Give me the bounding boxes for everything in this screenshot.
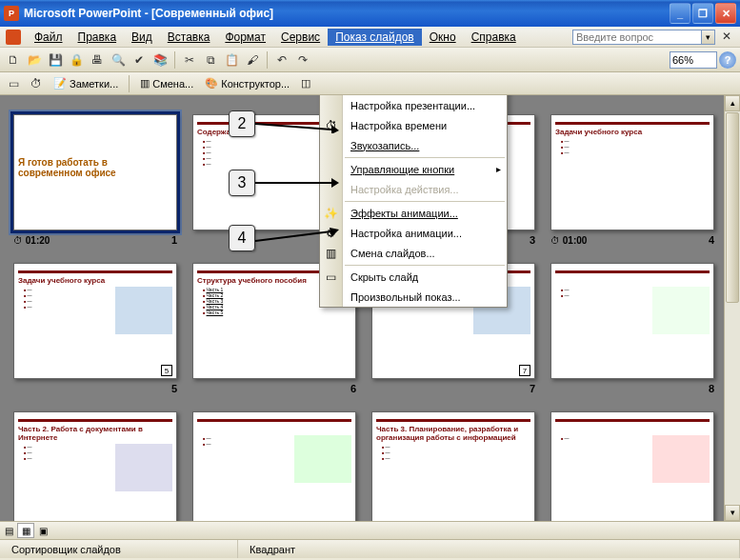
paste-button[interactable]: 📋 (222, 50, 241, 70)
slide-cell[interactable]: —— 8 (550, 263, 714, 406)
menu-record[interactable]: Звукозапись... (343, 135, 507, 155)
open-button[interactable]: 📂 (25, 50, 44, 70)
menubar: Файл Правка Вид Вставка Формат Сервис По… (0, 27, 740, 48)
slideshow-menu-dropdown: ▣ ⏱ ✨ ⚙ ▥ ▭ Начать показF5 Настройка пре… (319, 95, 508, 308)
menu-custom-show[interactable]: Произвольный показ... (343, 287, 507, 307)
slide-number: 5 (171, 383, 177, 394)
window-title: Microsoft PowerPoint - [Современный офис… (24, 7, 273, 20)
svg-marker-3 (331, 125, 339, 133)
view-bar: ▤ ▦ ▣ (0, 521, 740, 539)
menu-action-buttons[interactable]: Управляющие кнопки▸ (343, 159, 507, 179)
status-design-name: Квадрант (238, 540, 740, 558)
slide-thumb-5[interactable]: Задачи учебного курса ———— 5 (13, 263, 177, 379)
help-button[interactable]: ? (719, 51, 736, 69)
notes-button[interactable]: 📝 Заметки... (50, 76, 122, 90)
redo-button[interactable]: ↷ (293, 50, 312, 70)
menu-transition[interactable]: Смена слайдов... (343, 243, 507, 263)
corner-fold: 7 (519, 365, 530, 376)
research-button[interactable]: 📚 (150, 50, 170, 70)
hide-slide-icon: ▭ (320, 267, 342, 287)
menu-tools[interactable]: Сервис (273, 29, 328, 46)
menu-custom-anim[interactable]: Настройка анимации... (343, 223, 507, 243)
new-doc-button[interactable]: 🗋 (4, 50, 23, 70)
vertical-scrollbar[interactable]: ▴ ▾ (724, 95, 740, 521)
slide-thumb-9[interactable]: Часть 2. Работа с документами в Интернет… (13, 411, 177, 521)
doc-close-button[interactable]: ✕ (719, 30, 734, 45)
slide-sorter-toolbar: ▭ ⏱ 📝 Заметки... ▥ Смена... 🎨 Конструкто… (0, 72, 740, 95)
spell-button[interactable]: ✔ (130, 50, 149, 70)
scroll-down-button[interactable]: ▾ (725, 505, 740, 521)
preview-button[interactable]: 🔍 (109, 50, 128, 70)
design-label: Конструктор... (221, 78, 290, 90)
notes-label: Заметки... (70, 78, 118, 90)
slide-cell[interactable]: Задачи учебного курса ———— 5 5 (13, 263, 177, 406)
print-button[interactable]: 🖶 (88, 50, 107, 70)
menu-help[interactable]: Справка (464, 29, 524, 46)
slide-sorter-view: Я готов работать в современном офисе ⏱ 0… (0, 95, 740, 521)
menu-setup-show[interactable]: Настройка презентации... (343, 95, 507, 115)
slide-cell[interactable]: — (550, 411, 714, 521)
scroll-thumb[interactable] (726, 112, 739, 303)
callout-4: 4 (229, 225, 339, 251)
status-view-name: Сортировщик слайдов (0, 540, 238, 558)
menu-edit[interactable]: Правка (70, 29, 125, 46)
slide-cell[interactable]: —— (192, 411, 356, 521)
menu-rehearse[interactable]: Настройка времени (343, 115, 507, 135)
maximize-button[interactable]: ❐ (692, 3, 713, 24)
slide-thumb-12[interactable]: — (550, 411, 714, 521)
standard-toolbar: 🗋 📂 💾 🔒 🖶 🔍 ✔ 📚 ✂ ⧉ 📋 🖌 ↶ ↷ ? (0, 48, 740, 72)
menu-insert[interactable]: Вставка (160, 29, 218, 46)
transition-button[interactable]: ▥ Смена... (136, 76, 197, 90)
slide-thumb-8[interactable]: —— (550, 263, 714, 379)
timing-label: ⏱ 01:20 (13, 235, 50, 246)
copy-button[interactable]: ⧉ (201, 50, 220, 70)
callout-label: 2 (229, 110, 255, 137)
statusbar: Сортировщик слайдов Квадрант (0, 539, 740, 558)
help-search-input[interactable] (572, 30, 702, 45)
rehearse-icon[interactable]: ⏱ (27, 74, 46, 93)
minimize-button[interactable]: _ (670, 3, 690, 24)
menu-file[interactable]: Файл (27, 29, 70, 46)
slide-number: 4 (709, 234, 714, 246)
menu-view[interactable]: Вид (124, 29, 160, 46)
menu-action-settings: Настройка действия... (343, 179, 507, 199)
hide-slide-icon[interactable]: ▭ (4, 74, 23, 93)
cut-button[interactable]: ✂ (180, 50, 199, 70)
slide-cell[interactable]: Часть 3. Планирование, разработка и орга… (371, 411, 535, 521)
slide-cell[interactable]: Я готов работать в современном офисе ⏱ 0… (13, 114, 177, 257)
scroll-up-button[interactable]: ▴ (725, 95, 740, 111)
close-button[interactable]: ✕ (715, 3, 736, 24)
slide-number: 1 (171, 234, 177, 246)
slide-cell[interactable]: Задачи учебного курса ——— ⏱ 01:004 (550, 114, 714, 257)
design-button[interactable]: 🎨 Конструктор... (201, 76, 293, 90)
callout-2: 2 (229, 110, 339, 137)
menu-window[interactable]: Окно (422, 29, 464, 46)
titlebar: P Microsoft PowerPoint - [Современный оф… (0, 0, 740, 27)
menu-format[interactable]: Формат (217, 29, 273, 46)
menu-hide-slide[interactable]: Скрыть слайд (343, 267, 507, 287)
slide-thumb-4[interactable]: Задачи учебного курса ——— (550, 114, 714, 230)
sorter-view-button[interactable]: ▦ (17, 523, 34, 538)
slideshow-view-button[interactable]: ▣ (34, 523, 51, 538)
slide-thumb-10[interactable]: —— (192, 411, 356, 521)
menu-slideshow[interactable]: Показ слайдов (328, 29, 422, 46)
normal-view-button[interactable]: ▤ (0, 523, 17, 538)
timing-label: ⏱ 01:00 (550, 235, 587, 246)
callout-3: 3 (229, 170, 339, 196)
zoom-select[interactable] (670, 51, 717, 69)
menu-anim-effects[interactable]: Эффекты анимации... (343, 203, 507, 223)
slide-cell[interactable]: Часть 2. Работа с документами в Интернет… (13, 411, 177, 521)
save-button[interactable]: 💾 (46, 50, 65, 70)
svg-marker-7 (330, 228, 339, 237)
format-painter-button[interactable]: 🖌 (243, 50, 262, 70)
undo-button[interactable]: ↶ (272, 50, 291, 70)
slide-thumb-11[interactable]: Часть 3. Планирование, разработка и орга… (371, 411, 535, 521)
submenu-arrow-icon: ▸ (496, 164, 501, 174)
slide-title: Задачи учебного курса (555, 128, 710, 136)
new-slide-button[interactable]: ◫ (297, 76, 314, 90)
callout-label: 4 (229, 225, 255, 251)
slide-number: 8 (709, 383, 714, 394)
slide-thumb-1[interactable]: Я готов работать в современном офисе (13, 114, 177, 230)
permission-button[interactable]: 🔒 (67, 50, 86, 70)
help-search-dropdown[interactable]: ▾ (702, 30, 715, 45)
